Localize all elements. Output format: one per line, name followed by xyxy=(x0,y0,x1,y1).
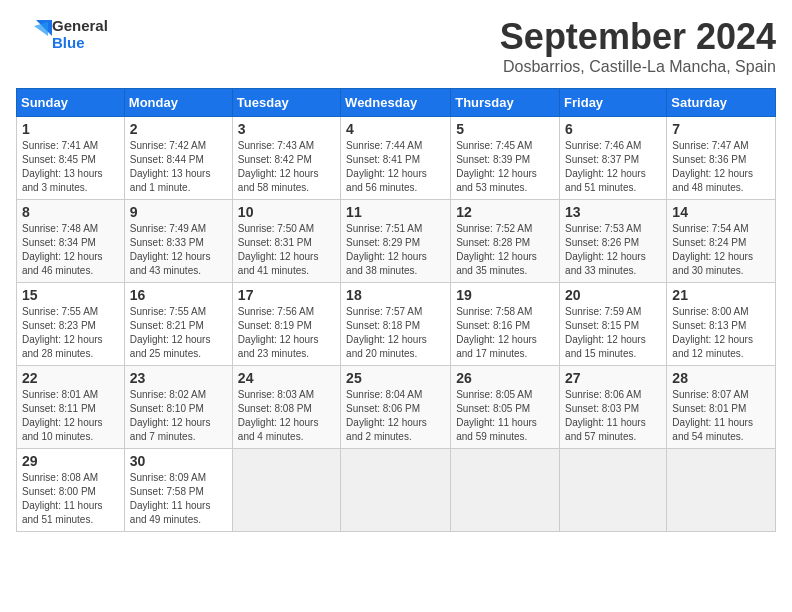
daylight-hours: Daylight: 13 hours and 1 minute. xyxy=(130,167,227,195)
daylight-hours: Daylight: 12 hours and 53 minutes. xyxy=(456,167,554,195)
week-row-2: 8 Sunrise: 7:48 AM Sunset: 8:34 PM Dayli… xyxy=(17,200,776,283)
day-info: Sunrise: 7:55 AM Sunset: 8:23 PM Dayligh… xyxy=(22,305,119,361)
sunset-time: Sunset: 8:33 PM xyxy=(130,236,227,250)
sunrise-time: Sunrise: 8:02 AM xyxy=(130,388,227,402)
day-info: Sunrise: 7:48 AM Sunset: 8:34 PM Dayligh… xyxy=(22,222,119,278)
day-number: 8 xyxy=(22,204,119,220)
daylight-hours: Daylight: 12 hours and 2 minutes. xyxy=(346,416,445,444)
calendar-cell: 1 Sunrise: 7:41 AM Sunset: 8:45 PM Dayli… xyxy=(17,117,125,200)
day-number: 17 xyxy=(238,287,335,303)
day-number: 2 xyxy=(130,121,227,137)
calendar-cell xyxy=(560,449,667,532)
day-number: 18 xyxy=(346,287,445,303)
day-number: 23 xyxy=(130,370,227,386)
sunrise-time: Sunrise: 8:08 AM xyxy=(22,471,119,485)
day-number: 26 xyxy=(456,370,554,386)
sunrise-time: Sunrise: 8:00 AM xyxy=(672,305,770,319)
day-number: 7 xyxy=(672,121,770,137)
calendar-cell: 21 Sunrise: 8:00 AM Sunset: 8:13 PM Dayl… xyxy=(667,283,776,366)
sunrise-time: Sunrise: 8:09 AM xyxy=(130,471,227,485)
sunrise-time: Sunrise: 7:41 AM xyxy=(22,139,119,153)
day-number: 22 xyxy=(22,370,119,386)
sunset-time: Sunset: 8:10 PM xyxy=(130,402,227,416)
sunrise-time: Sunrise: 7:51 AM xyxy=(346,222,445,236)
daylight-hours: Daylight: 12 hours and 12 minutes. xyxy=(672,333,770,361)
weekday-header-saturday: Saturday xyxy=(667,89,776,117)
week-row-4: 22 Sunrise: 8:01 AM Sunset: 8:11 PM Dayl… xyxy=(17,366,776,449)
daylight-hours: Daylight: 12 hours and 4 minutes. xyxy=(238,416,335,444)
weekday-header-wednesday: Wednesday xyxy=(341,89,451,117)
sunrise-time: Sunrise: 7:57 AM xyxy=(346,305,445,319)
daylight-hours: Daylight: 12 hours and 56 minutes. xyxy=(346,167,445,195)
day-number: 16 xyxy=(130,287,227,303)
calendar-cell: 22 Sunrise: 8:01 AM Sunset: 8:11 PM Dayl… xyxy=(17,366,125,449)
calendar-cell: 12 Sunrise: 7:52 AM Sunset: 8:28 PM Dayl… xyxy=(451,200,560,283)
daylight-hours: Daylight: 12 hours and 17 minutes. xyxy=(456,333,554,361)
sunset-time: Sunset: 8:19 PM xyxy=(238,319,335,333)
sunrise-time: Sunrise: 7:45 AM xyxy=(456,139,554,153)
day-number: 24 xyxy=(238,370,335,386)
calendar-cell xyxy=(232,449,340,532)
sunrise-time: Sunrise: 7:56 AM xyxy=(238,305,335,319)
day-number: 27 xyxy=(565,370,661,386)
weekday-header-sunday: Sunday xyxy=(17,89,125,117)
calendar-cell: 18 Sunrise: 7:57 AM Sunset: 8:18 PM Dayl… xyxy=(341,283,451,366)
sunrise-time: Sunrise: 7:48 AM xyxy=(22,222,119,236)
sunset-time: Sunset: 8:39 PM xyxy=(456,153,554,167)
day-info: Sunrise: 8:02 AM Sunset: 8:10 PM Dayligh… xyxy=(130,388,227,444)
day-info: Sunrise: 7:51 AM Sunset: 8:29 PM Dayligh… xyxy=(346,222,445,278)
sunset-time: Sunset: 8:41 PM xyxy=(346,153,445,167)
day-info: Sunrise: 7:44 AM Sunset: 8:41 PM Dayligh… xyxy=(346,139,445,195)
day-info: Sunrise: 7:58 AM Sunset: 8:16 PM Dayligh… xyxy=(456,305,554,361)
calendar-table: SundayMondayTuesdayWednesdayThursdayFrid… xyxy=(16,88,776,532)
daylight-hours: Daylight: 12 hours and 58 minutes. xyxy=(238,167,335,195)
sunrise-time: Sunrise: 7:43 AM xyxy=(238,139,335,153)
weekday-header-tuesday: Tuesday xyxy=(232,89,340,117)
logo-blue: Blue xyxy=(52,34,108,51)
day-number: 3 xyxy=(238,121,335,137)
sunset-time: Sunset: 8:03 PM xyxy=(565,402,661,416)
calendar-cell: 19 Sunrise: 7:58 AM Sunset: 8:16 PM Dayl… xyxy=(451,283,560,366)
daylight-hours: Daylight: 12 hours and 23 minutes. xyxy=(238,333,335,361)
day-info: Sunrise: 7:43 AM Sunset: 8:42 PM Dayligh… xyxy=(238,139,335,195)
day-info: Sunrise: 7:47 AM Sunset: 8:36 PM Dayligh… xyxy=(672,139,770,195)
daylight-hours: Daylight: 12 hours and 48 minutes. xyxy=(672,167,770,195)
calendar-cell: 15 Sunrise: 7:55 AM Sunset: 8:23 PM Dayl… xyxy=(17,283,125,366)
day-number: 10 xyxy=(238,204,335,220)
day-info: Sunrise: 8:05 AM Sunset: 8:05 PM Dayligh… xyxy=(456,388,554,444)
sunset-time: Sunset: 8:06 PM xyxy=(346,402,445,416)
sunrise-time: Sunrise: 8:01 AM xyxy=(22,388,119,402)
sunrise-time: Sunrise: 7:42 AM xyxy=(130,139,227,153)
daylight-hours: Daylight: 13 hours and 3 minutes. xyxy=(22,167,119,195)
day-info: Sunrise: 7:59 AM Sunset: 8:15 PM Dayligh… xyxy=(565,305,661,361)
day-info: Sunrise: 8:07 AM Sunset: 8:01 PM Dayligh… xyxy=(672,388,770,444)
daylight-hours: Daylight: 12 hours and 43 minutes. xyxy=(130,250,227,278)
calendar-cell: 13 Sunrise: 7:53 AM Sunset: 8:26 PM Dayl… xyxy=(560,200,667,283)
title-section: September 2024 Dosbarrios, Castille-La M… xyxy=(500,16,776,76)
sunset-time: Sunset: 8:01 PM xyxy=(672,402,770,416)
calendar-cell xyxy=(667,449,776,532)
week-row-5: 29 Sunrise: 8:08 AM Sunset: 8:00 PM Dayl… xyxy=(17,449,776,532)
calendar-cell: 28 Sunrise: 8:07 AM Sunset: 8:01 PM Dayl… xyxy=(667,366,776,449)
calendar-cell: 5 Sunrise: 7:45 AM Sunset: 8:39 PM Dayli… xyxy=(451,117,560,200)
daylight-hours: Daylight: 12 hours and 25 minutes. xyxy=(130,333,227,361)
sunset-time: Sunset: 8:36 PM xyxy=(672,153,770,167)
sunrise-time: Sunrise: 7:52 AM xyxy=(456,222,554,236)
page-header: General Blue September 2024 Dosbarrios, … xyxy=(16,16,776,76)
daylight-hours: Daylight: 12 hours and 15 minutes. xyxy=(565,333,661,361)
day-number: 13 xyxy=(565,204,661,220)
calendar-cell xyxy=(341,449,451,532)
sunset-time: Sunset: 8:44 PM xyxy=(130,153,227,167)
sunset-time: Sunset: 8:28 PM xyxy=(456,236,554,250)
month-title: September 2024 xyxy=(500,16,776,58)
daylight-hours: Daylight: 12 hours and 10 minutes. xyxy=(22,416,119,444)
calendar-cell: 30 Sunrise: 8:09 AM Sunset: 7:58 PM Dayl… xyxy=(124,449,232,532)
sunrise-time: Sunrise: 7:44 AM xyxy=(346,139,445,153)
sunrise-time: Sunrise: 7:59 AM xyxy=(565,305,661,319)
sunset-time: Sunset: 8:21 PM xyxy=(130,319,227,333)
weekday-header-monday: Monday xyxy=(124,89,232,117)
daylight-hours: Daylight: 12 hours and 33 minutes. xyxy=(565,250,661,278)
calendar-cell xyxy=(451,449,560,532)
day-number: 20 xyxy=(565,287,661,303)
sunset-time: Sunset: 8:00 PM xyxy=(22,485,119,499)
